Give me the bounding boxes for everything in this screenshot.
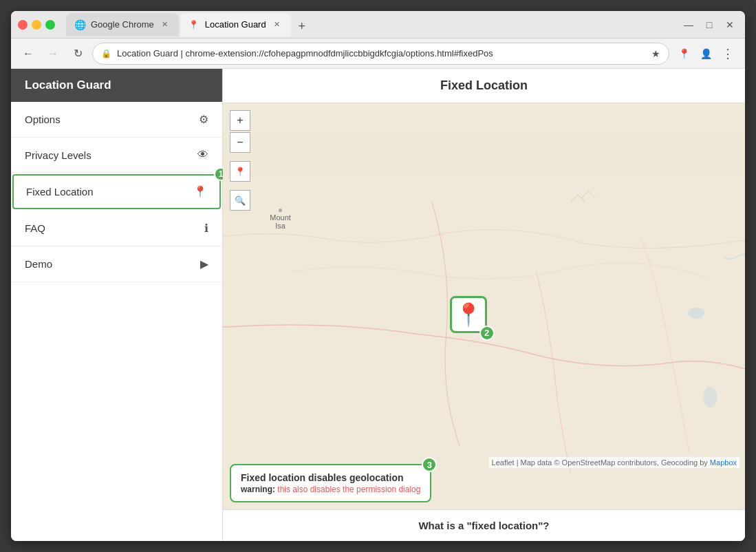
marker-box: 📍 2 <box>450 296 487 333</box>
sidebar-label-privacy-levels: Privacy Levels <box>25 149 91 161</box>
tab-location-guard[interactable]: 📍 Location Guard ✕ <box>180 13 291 36</box>
bottom-panel: What is a "fixed location"? <box>223 509 745 541</box>
back-button[interactable]: ← <box>18 43 39 64</box>
sidebar-item-privacy-levels[interactable]: Privacy Levels 👁 <box>11 138 222 173</box>
tab-close-location-guard[interactable]: ✕ <box>272 19 283 30</box>
tab-label-location-guard: Location Guard <box>205 19 266 30</box>
nav-right-buttons: 📍 👤 ⋮ <box>673 43 738 64</box>
map-place-label-mount-isa: MountIsa <box>270 209 291 230</box>
map-ctrl-separator <box>230 154 250 160</box>
nav-bar: ← → ↻ 🔒 Location Guard | chrome-extensio… <box>11 39 745 69</box>
tabs-bar: 🌐 Google Chrome ✕ 📍 Location Guard ✕ + <box>66 13 675 36</box>
tab-close-google-chrome[interactable]: ✕ <box>160 19 171 30</box>
map-attribution: Leaflet | Map data © OpenStreetMap contr… <box>489 457 739 468</box>
warning-box: 3 Fixed location disables geolocation wa… <box>230 464 431 502</box>
eye-icon: 👁 <box>197 149 208 161</box>
gear-icon: ⚙ <box>199 113 208 126</box>
minimize-button[interactable]: — <box>680 17 697 33</box>
location-marker[interactable]: 📍 2 <box>450 296 487 333</box>
map-ctrl-separator-2 <box>230 183 250 189</box>
attribution-text: Leaflet <box>492 458 515 467</box>
tab-label-google-chrome: Google Chrome <box>91 19 154 30</box>
info-icon: ℹ <box>204 222 208 235</box>
fixed-location-question: What is a "fixed location"? <box>418 520 549 531</box>
forward-button[interactable]: → <box>43 43 63 64</box>
sidebar-label-demo: Demo <box>25 258 52 270</box>
close-button[interactable]: ✕ <box>722 17 738 33</box>
maximize-window-button[interactable] <box>45 20 55 30</box>
marker-badge: 2 <box>479 326 495 341</box>
svg-point-2 <box>703 386 717 407</box>
tab-favicon-google-chrome: 🌐 <box>74 19 85 30</box>
sidebar-label-options: Options <box>25 114 61 125</box>
main-panel: Fixed Location <box>223 69 745 541</box>
tab-favicon-location-guard: 📍 <box>188 19 199 30</box>
tab-google-chrome[interactable]: 🌐 Google Chrome ✕ <box>66 13 179 36</box>
page-title: Fixed Location <box>223 69 745 103</box>
bookmark-star-icon[interactable]: ★ <box>651 48 660 59</box>
close-window-button[interactable] <box>18 20 28 30</box>
mapbox-link[interactable]: Mapbox <box>710 458 737 467</box>
attribution-separator: | Map data © OpenStreetMap contributors,… <box>517 458 710 467</box>
zoom-in-button[interactable]: + <box>230 110 250 131</box>
map-place-dot <box>279 209 282 212</box>
warning-label: warning: <box>241 485 275 494</box>
sidebar-item-demo[interactable]: Demo ▶ <box>11 246 222 282</box>
address-lock-icon: 🔒 <box>101 49 111 59</box>
minimize-window-button[interactable] <box>32 20 41 30</box>
warning-text: warning: this also disables the permissi… <box>241 485 420 494</box>
new-tab-button[interactable]: + <box>292 17 312 36</box>
address-text: Location Guard | chrome-extension://cfoh… <box>117 48 646 59</box>
search-button[interactable]: 🔍 <box>230 190 250 211</box>
map-container[interactable]: + − 📍 🔍 MountIsa 📍 2 <box>223 103 745 509</box>
sidebar-item-options[interactable]: Options ⚙ <box>11 102 222 138</box>
sidebar-item-faq[interactable]: FAQ ℹ <box>11 211 222 246</box>
marker-pin-icon: 📍 <box>455 301 482 328</box>
title-bar: 🌐 Google Chrome ✕ 📍 Location Guard ✕ + —… <box>11 11 745 39</box>
pin-icon: 📍 <box>193 185 207 198</box>
arrow-icon: ▶ <box>200 257 208 270</box>
warning-title: Fixed location disables geolocation <box>241 472 420 483</box>
locate-button[interactable]: 📍 <box>230 161 250 182</box>
sidebar-label-faq: FAQ <box>25 222 45 234</box>
zoom-out-button[interactable]: − <box>230 132 250 153</box>
warning-body: this also disables the permission dialog <box>277 485 420 494</box>
profile-button[interactable]: 👤 <box>695 43 716 64</box>
sidebar-label-fixed-location: Fixed Location <box>26 186 94 198</box>
svg-point-1 <box>688 308 704 319</box>
window-controls <box>18 20 55 30</box>
browser-window: 🌐 Google Chrome ✕ 📍 Location Guard ✕ + —… <box>11 11 745 541</box>
sidebar: Location Guard Options ⚙ Privacy Levels … <box>11 69 223 541</box>
browser-content: Location Guard Options ⚙ Privacy Levels … <box>11 69 745 541</box>
extension-icon-button[interactable]: 📍 <box>673 43 694 64</box>
refresh-button[interactable]: ↻ <box>67 43 88 64</box>
menu-button[interactable]: ⋮ <box>717 43 738 64</box>
map-controls: + − 📍 🔍 <box>230 110 250 211</box>
address-bar[interactable]: 🔒 Location Guard | chrome-extension://cf… <box>92 43 669 65</box>
sidebar-item-fixed-location[interactable]: Fixed Location 📍 <box>12 174 221 209</box>
sidebar-item-wrapper-fixed-location: Fixed Location 📍 1 <box>11 173 222 211</box>
sidebar-header: Location Guard <box>11 69 222 102</box>
maximize-button[interactable]: □ <box>701 17 717 33</box>
